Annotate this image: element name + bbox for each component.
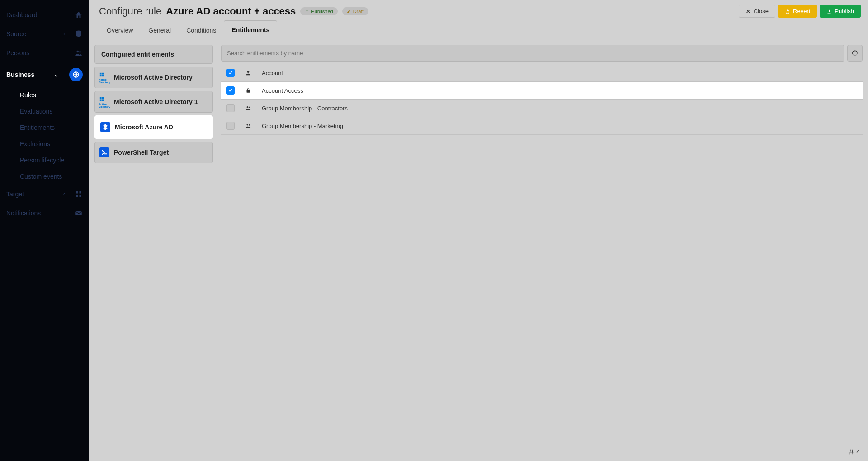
svg-rect-11	[100, 75, 102, 76]
svg-point-17	[247, 71, 250, 73]
svg-rect-14	[102, 97, 104, 99]
windows-icon: Active Directory	[99, 72, 109, 82]
home-icon	[75, 11, 83, 19]
svg-rect-16	[102, 99, 104, 101]
footer-count: 4	[221, 444, 863, 456]
sidebar-item-persons[interactable]: Persons	[0, 43, 89, 62]
pencil-icon	[347, 9, 351, 14]
svg-rect-6	[76, 195, 78, 197]
sidebar-sub-entitlements[interactable]: Entitlements	[0, 119, 89, 136]
sidebar-sub-evaluations[interactable]: Evaluations	[0, 103, 89, 119]
chevron-down-icon: ⌄	[52, 71, 60, 79]
sidebar-item-dashboard[interactable]: Dashboard	[0, 5, 89, 24]
close-icon	[745, 9, 751, 14]
sidebar-item-business[interactable]: Business ⌄	[0, 62, 89, 87]
configured-entitlements-panel: Configured entitlements Active Directory…	[94, 45, 213, 456]
main-content: Configure rule Azure AD account + access…	[89, 0, 868, 461]
chevron-left-icon: ‹	[60, 30, 68, 38]
entitlement-card-ad[interactable]: Active Directory Microsoft Active Direct…	[94, 67, 213, 88]
undo-icon	[785, 9, 790, 14]
svg-rect-18	[247, 90, 250, 92]
svg-rect-13	[100, 97, 102, 99]
entitlement-card-powershell[interactable]: PowerShell Target	[94, 142, 213, 163]
envelope-icon	[75, 209, 83, 217]
tab-entitlements[interactable]: Entitlements	[224, 20, 277, 39]
sidebar-item-label: Business	[6, 71, 52, 78]
tab-overview[interactable]: Overview	[99, 21, 141, 39]
upload-icon	[305, 9, 309, 14]
sidebar: Dashboard Source ‹ Persons Business ⌄ Ru…	[0, 0, 89, 461]
svg-rect-7	[80, 195, 82, 197]
sidebar-item-label: Persons	[6, 49, 75, 57]
checkbox[interactable]	[226, 104, 235, 112]
page-title: Azure AD account + access	[166, 5, 296, 17]
windows-icon: Active Directory	[99, 97, 109, 107]
entitlement-card-ad1[interactable]: Active Directory Microsoft Active Direct…	[94, 91, 213, 113]
close-button[interactable]: Close	[739, 5, 775, 18]
page-title-prefix: Configure rule	[99, 5, 161, 17]
sidebar-sub-rules[interactable]: Rules	[0, 87, 89, 103]
svg-point-1	[77, 51, 79, 53]
sidebar-item-notifications[interactable]: Notifications	[0, 204, 89, 223]
svg-point-19	[247, 106, 249, 108]
refresh-button[interactable]	[847, 45, 863, 62]
sidebar-sub-person-lifecycle[interactable]: Person lifecycle	[0, 152, 89, 168]
sidebar-sub-custom-events[interactable]: Custom events	[0, 168, 89, 185]
entitlement-card-azure[interactable]: Microsoft Azure AD	[94, 115, 213, 139]
header: Configure rule Azure AD account + access…	[89, 0, 868, 20]
svg-rect-12	[102, 75, 104, 76]
refresh-icon	[852, 50, 858, 57]
entitlement-row-group-contractors[interactable]: Group Membership - Contractors	[221, 100, 863, 117]
unlock-icon	[244, 87, 253, 94]
sidebar-item-label: Dashboard	[6, 11, 75, 19]
panel-title: Configured entitlements	[94, 45, 213, 64]
entitlement-row-group-marketing[interactable]: Group Membership - Marketing	[221, 117, 863, 135]
search-input[interactable]	[221, 45, 844, 62]
sidebar-sub-exclusions[interactable]: Exclusions	[0, 136, 89, 152]
users-icon	[75, 49, 83, 57]
status-badge-published: Published	[300, 7, 337, 15]
sidebar-item-label: Target	[6, 190, 60, 198]
publish-button[interactable]: Publish	[820, 5, 861, 18]
entitlement-row-account[interactable]: Account	[221, 64, 863, 82]
group-icon	[244, 123, 253, 129]
svg-point-2	[79, 51, 81, 53]
entitlements-list-panel: Account Account Access Group Membership …	[221, 45, 863, 456]
tab-general[interactable]: General	[141, 21, 179, 39]
svg-rect-10	[102, 73, 104, 75]
svg-point-22	[249, 124, 250, 126]
svg-rect-5	[80, 191, 82, 194]
revert-button[interactable]: Revert	[778, 5, 817, 18]
sidebar-item-label: Source	[6, 30, 60, 38]
sidebar-item-source[interactable]: Source ‹	[0, 24, 89, 43]
checkbox[interactable]	[226, 69, 235, 77]
grid-icon	[75, 190, 83, 198]
svg-rect-15	[100, 99, 102, 101]
checkbox[interactable]	[226, 86, 235, 95]
status-badge-draft: Draft	[342, 7, 368, 15]
chevron-left-icon: ‹	[60, 190, 68, 198]
svg-rect-4	[76, 191, 78, 194]
powershell-icon	[99, 147, 109, 157]
checkbox[interactable]	[226, 122, 235, 130]
svg-point-20	[249, 107, 250, 108]
svg-point-21	[247, 124, 249, 126]
tab-bar: Overview General Conditions Entitlements	[89, 20, 868, 39]
globe-icon	[69, 68, 83, 81]
database-icon	[75, 30, 83, 38]
user-icon	[244, 70, 253, 76]
group-icon	[244, 105, 253, 111]
svg-rect-9	[100, 73, 102, 75]
entitlement-row-account-access[interactable]: Account Access	[221, 82, 863, 100]
hash-icon	[848, 449, 854, 455]
sidebar-item-label: Notifications	[6, 209, 75, 217]
tab-conditions[interactable]: Conditions	[179, 21, 224, 39]
upload-icon	[826, 9, 832, 14]
azure-ad-icon	[100, 122, 110, 132]
sidebar-item-target[interactable]: Target ‹	[0, 185, 89, 204]
